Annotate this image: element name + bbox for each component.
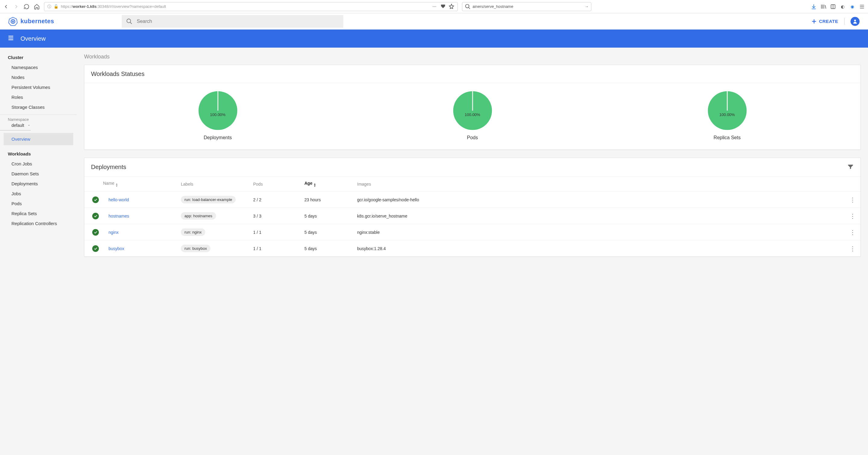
age-text: 23 hours <box>300 192 352 208</box>
col-images[interactable]: Images <box>352 176 845 192</box>
col-labels[interactable]: Labels <box>176 176 248 192</box>
age-text: 5 days <box>300 208 352 224</box>
sidebar-toggle-icon[interactable] <box>7 34 14 43</box>
svg-point-12 <box>854 20 856 22</box>
image-text: gcr.io/google-samples/node-hello <box>352 192 845 208</box>
ellipsis-icon[interactable]: ⋯ <box>432 4 438 10</box>
pods-count: 3 / 3 <box>248 208 300 224</box>
search-input[interactable] <box>137 19 339 24</box>
table-row: hello-worldrun: load-balancer-example2 /… <box>84 192 861 208</box>
cluster-group-title[interactable]: Cluster <box>0 53 77 62</box>
sidebar-item-persistent-volumes[interactable]: Persistent Volumes <box>0 82 77 92</box>
deployment-link[interactable]: busybox <box>108 246 124 251</box>
create-button[interactable]: CREATE <box>811 19 838 24</box>
brand-text: kubernetes <box>21 18 54 25</box>
page-title: Overview <box>21 35 45 42</box>
card-title: Workloads Statuses <box>84 65 861 83</box>
deployment-link[interactable]: nginx <box>108 230 119 235</box>
sidebar-item-replication-controllers[interactable]: Replication Controllers <box>0 219 77 228</box>
sidebar-item-replica-sets[interactable]: Replica Sets <box>0 208 77 219</box>
svg-point-0 <box>465 4 469 8</box>
sidebar-item-deployments[interactable]: Deployments <box>0 179 77 189</box>
sidebar-item-pods[interactable]: Pods <box>0 199 77 208</box>
row-menu-icon[interactable]: ⋮ <box>849 213 856 219</box>
label-pill: run: busybox <box>181 245 210 252</box>
pods-count: 1 / 1 <box>248 240 300 257</box>
col-name[interactable]: Name▲▼ <box>84 176 176 192</box>
sidebar: Cluster NamespacesNodesPersistent Volume… <box>0 47 77 455</box>
home-icon[interactable] <box>34 4 40 10</box>
pods-count: 2 / 2 <box>248 192 300 208</box>
age-text: 5 days <box>300 240 352 257</box>
extension2-icon[interactable]: ◉ <box>849 4 855 10</box>
age-text: 5 days <box>300 224 352 240</box>
go-arrow-icon[interactable]: → <box>585 4 589 9</box>
table-row: busyboxrun: busybox1 / 15 daysbusybox:1.… <box>84 240 861 257</box>
brand[interactable]: kubernetes <box>8 17 54 26</box>
extension1-icon[interactable]: ◐ <box>840 4 846 10</box>
app-search[interactable] <box>122 15 343 28</box>
label-pill: app: hostnames <box>181 212 216 220</box>
deployment-link[interactable]: hostnames <box>108 214 129 219</box>
donut-percent: 100.00% <box>453 112 493 117</box>
user-avatar-icon[interactable] <box>850 17 860 26</box>
table-row: nginxrun: nginx1 / 15 daysnginx:stable⋮ <box>84 224 861 240</box>
label-pill: run: load-balancer-example <box>181 196 236 203</box>
svg-point-11 <box>127 19 130 23</box>
status-ok-icon <box>92 229 99 236</box>
search-icon <box>126 18 133 25</box>
sidebar-item-nodes[interactable]: Nodes <box>0 72 77 82</box>
url-text: https://worker-1.k8s:30348/#!/overview?n… <box>61 4 166 9</box>
create-label: CREATE <box>819 19 838 24</box>
namespace-selector[interactable]: default <box>0 123 31 130</box>
namespace-label: Namespace <box>0 117 77 122</box>
library-icon[interactable] <box>820 4 827 10</box>
deployments-card: Deployments Name▲▼ Labels Pods Age▲▼ Ima… <box>84 158 861 257</box>
row-menu-icon[interactable]: ⋮ <box>849 229 856 236</box>
col-pods[interactable]: Pods <box>248 176 300 192</box>
pods-count: 1 / 1 <box>248 224 300 240</box>
status-ok-icon <box>92 213 99 219</box>
sidebar-item-overview[interactable]: Overview <box>4 133 73 145</box>
browser-search-box[interactable]: ainers/serve_hostname → <box>462 2 591 11</box>
row-menu-icon[interactable]: ⋮ <box>849 196 856 203</box>
browser-toolbar: ⓘ 🔓 https://worker-1.k8s:30348/#!/overvi… <box>0 0 868 13</box>
sidebar-item-storage-classes[interactable]: Storage Classes <box>0 102 77 112</box>
sidebar-item-cron-jobs[interactable]: Cron Jobs <box>0 159 77 169</box>
lock-warning-icon: 🔓 <box>54 4 59 9</box>
donut-label: Deployments <box>198 135 238 140</box>
sidebar-item-roles[interactable]: Roles <box>0 92 77 102</box>
sidebar-item-jobs[interactable]: Jobs <box>0 189 77 199</box>
divider <box>844 18 844 25</box>
sidebar-item-namespaces[interactable]: Namespaces <box>0 62 77 72</box>
back-icon[interactable] <box>3 4 9 10</box>
image-text: nginx:stable <box>352 224 845 240</box>
label-pill: run: nginx <box>181 228 205 236</box>
status-ok-icon <box>92 196 99 203</box>
star-icon[interactable] <box>448 4 455 10</box>
status-ok-icon <box>92 245 99 252</box>
sort-icon: ▲▼ <box>116 183 118 187</box>
app-topbar: kubernetes CREATE <box>0 13 868 30</box>
forward-icon <box>13 4 19 10</box>
filter-icon[interactable] <box>847 163 854 171</box>
row-menu-icon[interactable]: ⋮ <box>849 245 856 252</box>
deployment-link[interactable]: hello-world <box>108 197 129 202</box>
col-age[interactable]: Age▲▼ <box>300 176 352 192</box>
search-icon <box>465 4 471 10</box>
kubernetes-logo-icon <box>8 17 18 26</box>
hamburger-icon[interactable] <box>859 4 865 10</box>
chevron-down-icon <box>27 124 31 127</box>
workloads-group-title[interactable]: Workloads <box>0 149 77 159</box>
url-bar[interactable]: ⓘ 🔓 https://worker-1.k8s:30348/#!/overvi… <box>44 2 458 11</box>
sidebar-item-daemon-sets[interactable]: Daemon Sets <box>0 169 77 179</box>
namespace-value: default <box>11 123 24 128</box>
reload-icon[interactable] <box>24 4 30 10</box>
status-donut-pods: 100.00%Pods <box>453 90 493 140</box>
reader-icon[interactable] <box>830 4 836 10</box>
pocket-icon[interactable] <box>440 4 446 10</box>
deployments-table: Name▲▼ Labels Pods Age▲▼ Images hello-wo… <box>84 176 861 256</box>
browser-search-text: ainers/serve_hostname <box>472 4 513 9</box>
download-icon[interactable] <box>811 4 817 10</box>
workloads-statuses-card: Workloads Statuses 100.00%Deployments100… <box>84 65 861 150</box>
